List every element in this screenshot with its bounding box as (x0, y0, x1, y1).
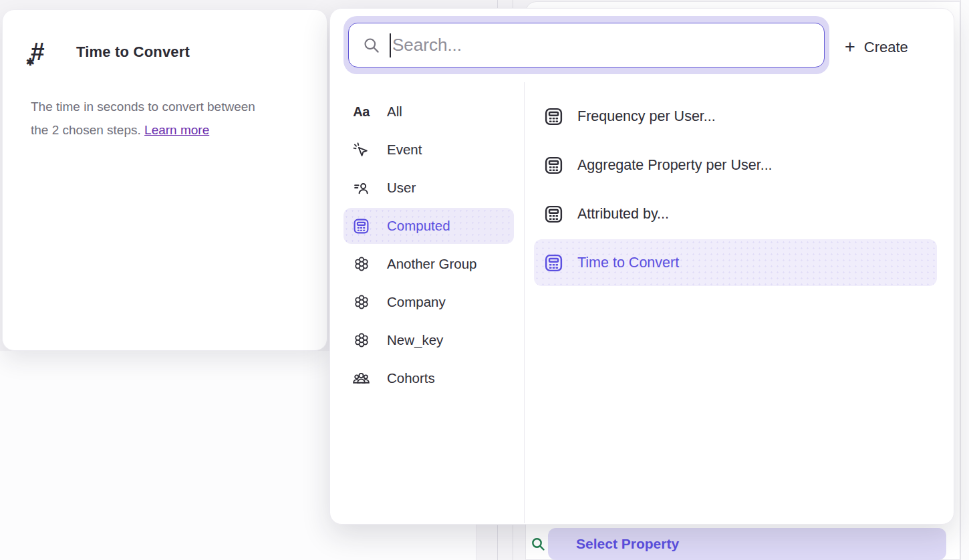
result-time-to-convert[interactable]: Time to Convert (534, 239, 937, 286)
category-label: Event (387, 142, 422, 158)
background-divider (513, 525, 513, 560)
category-label: New_key (387, 332, 443, 348)
background-divider (497, 525, 498, 560)
calculator-icon (352, 217, 370, 235)
category-new-key[interactable]: New_key (343, 322, 514, 358)
category-event[interactable]: Event (343, 132, 514, 168)
group-cluster-icon (352, 293, 370, 311)
category-label: All (387, 104, 402, 120)
calculator-icon (543, 253, 564, 273)
search-input[interactable]: Search... (348, 23, 825, 67)
text-cursor (390, 33, 391, 57)
select-property-button[interactable]: Select Property (548, 528, 946, 560)
description-line-2: the 2 chosen steps. (31, 123, 141, 137)
property-info-card: #✱ Time to Convert The time in seconds t… (2, 9, 327, 351)
result-aggregate-property-per-user[interactable]: Aggregate Property per User... (534, 142, 937, 188)
select-property-label: Select Property (576, 536, 679, 552)
result-label: Attributed by... (577, 206, 669, 223)
search-focus-ring: Search... (343, 16, 829, 74)
category-computed[interactable]: Computed (343, 208, 514, 244)
panel-divider (524, 82, 525, 523)
group-cluster-icon (352, 331, 370, 349)
category-all[interactable]: AaAll (343, 94, 514, 130)
results-list: Frequency per User...Aggregate Property … (534, 93, 937, 288)
search-icon (362, 36, 380, 54)
category-label: User (387, 180, 416, 196)
category-label: Computed (387, 218, 450, 234)
text-format-icon: Aa (352, 103, 370, 121)
background-panel-right (960, 0, 969, 560)
cursor-click-icon (352, 141, 370, 159)
search-icon (530, 536, 546, 552)
category-user[interactable]: User (343, 170, 514, 206)
select-property-row: Select Property (525, 525, 960, 560)
property-picker-panel: Search... + Create AaAllEventUserCompute… (329, 8, 954, 525)
category-list: AaAllEventUserComputedAnother GroupCompa… (343, 94, 514, 398)
create-button-label: Create (864, 39, 908, 56)
description-line-1: The time in seconds to convert between (31, 100, 255, 114)
create-button[interactable]: + Create (845, 38, 908, 56)
category-another-group[interactable]: Another Group (343, 246, 514, 282)
calculator-icon (543, 204, 564, 225)
category-label: Cohorts (387, 370, 435, 386)
category-cohorts[interactable]: Cohorts (343, 360, 514, 396)
calculator-icon (543, 155, 564, 176)
card-header: #✱ Time to Convert (31, 39, 327, 64)
numeric-property-icon: #✱ (31, 39, 59, 64)
result-frequency-per-user[interactable]: Frequency per User... (534, 93, 937, 140)
learn-more-link[interactable]: Learn more (144, 123, 209, 137)
result-label: Frequency per User... (577, 108, 716, 125)
user-icon (352, 179, 370, 197)
group-cluster-icon (352, 255, 370, 273)
result-label: Aggregate Property per User... (577, 157, 773, 174)
result-attributed-by[interactable]: Attributed by... (534, 190, 937, 237)
plus-icon: + (845, 38, 855, 56)
card-title: Time to Convert (76, 43, 190, 61)
calculator-icon (543, 106, 564, 127)
result-label: Time to Convert (577, 255, 679, 271)
card-description: The time in seconds to convert between t… (31, 95, 295, 142)
cohorts-icon (352, 370, 370, 388)
search-placeholder: Search... (392, 35, 462, 55)
category-label: Another Group (387, 256, 476, 272)
category-company[interactable]: Company (343, 284, 514, 320)
category-label: Company (387, 294, 446, 310)
